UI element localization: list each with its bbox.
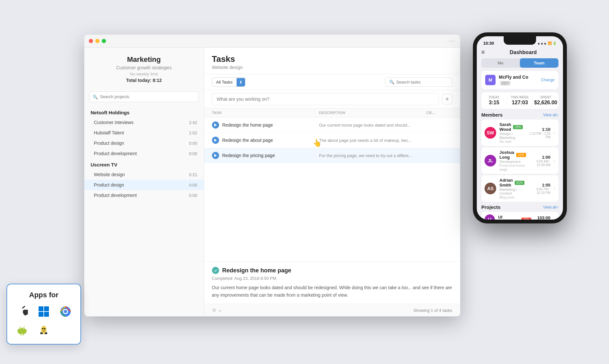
project-name: Product development xyxy=(94,193,137,198)
member-role: Development xyxy=(499,160,526,164)
phone-nav-title: Dashboard xyxy=(488,50,558,55)
add-task-button[interactable]: + xyxy=(442,94,452,104)
member-name: Adrian Smith xyxy=(499,178,513,188)
windows-icon[interactable] xyxy=(37,304,51,319)
tasks-header: Tasks Website design xyxy=(204,48,460,74)
stat-week: THIS WEEK 127:03 xyxy=(507,96,533,106)
projects-view-all[interactable]: View all › xyxy=(543,205,558,210)
svg-rect-13 xyxy=(23,334,24,336)
task-row[interactable]: Redesign the home page Our current home … xyxy=(204,118,460,133)
traffic-lights xyxy=(89,39,106,43)
project-name: Product design xyxy=(94,141,124,146)
member-task: Blog post xyxy=(499,195,524,199)
project-time: 0:00 xyxy=(189,183,197,188)
member-item-adrian[interactable]: AS Adrian Smith 81% Marketing / Content … xyxy=(481,175,558,202)
member-chevron-icon: › xyxy=(554,130,555,135)
svg-rect-12 xyxy=(20,334,21,336)
tab-team[interactable]: Team xyxy=(520,58,558,68)
sidebar-subtitle: Customer growth strategies xyxy=(91,65,197,70)
close-button[interactable] xyxy=(89,39,93,43)
project-item-customer[interactable]: Customer inteviews 2:42 xyxy=(84,117,204,128)
android-icon[interactable] xyxy=(15,323,29,337)
task-name: Redesign the home page xyxy=(222,122,273,128)
member-name: Joshua Long xyxy=(499,150,514,160)
more-options-icon[interactable]: ··· xyxy=(449,38,455,44)
member-time-range: 9:05 PM - 10:10 PM xyxy=(528,188,550,195)
app-window: ··· Marketing Customer growth strategies… xyxy=(84,35,460,316)
task-input-field[interactable] xyxy=(212,93,439,105)
apps-overlay: Apps for xyxy=(6,284,81,345)
sidebar-limit: No weekly limit xyxy=(91,72,197,76)
change-company-button[interactable]: Change xyxy=(541,78,555,82)
search-projects-container: 🔍 xyxy=(89,91,199,102)
linux-icon[interactable] xyxy=(37,323,51,337)
member-name-row: Adrian Smith 81% xyxy=(499,178,524,188)
task-play-button[interactable] xyxy=(212,121,219,129)
project-time: 0:21 xyxy=(189,172,197,177)
project-item-ui[interactable]: U UI Redesign 20% 103:00 $2,127.00 › xyxy=(481,212,558,220)
stat-today: TODAY 3:15 xyxy=(481,96,507,106)
project-item-product-dev-2[interactable]: Product development 0:00 xyxy=(84,190,204,200)
collapse-icon[interactable]: « xyxy=(219,308,221,313)
project-time: 0:00 xyxy=(189,141,197,146)
member-avatar-adrian: AS xyxy=(485,183,496,194)
svg-marker-2 xyxy=(214,154,217,157)
search-tasks-input[interactable] xyxy=(396,80,448,85)
member-task: Front-end home page xyxy=(499,164,526,171)
project-name: Customer inteviews xyxy=(94,120,134,125)
title-bar: ··· xyxy=(84,35,460,48)
member-chevron-icon: › xyxy=(554,158,555,163)
sidebar: Marketing Customer growth strategies No … xyxy=(84,35,204,316)
projects-title: Projects xyxy=(481,204,500,210)
stat-today-label: TODAY xyxy=(481,96,507,99)
svg-rect-4 xyxy=(44,306,49,311)
filter-arrow-icon[interactable]: ⬍ xyxy=(237,78,245,86)
member-badge: 81% xyxy=(515,181,524,185)
col-created: CR... xyxy=(427,111,452,115)
apps-grid xyxy=(14,304,74,337)
search-icon: 🔍 xyxy=(93,94,98,99)
members-section-header: Members View all › xyxy=(477,112,563,119)
project-name: Website design xyxy=(94,172,125,177)
task-row-active[interactable]: Redesign the pricing page For the pricin… xyxy=(204,148,460,163)
member-time-col: 1:10 1:10 PM - 2:20 PM xyxy=(526,127,550,139)
company-name: McFly and Co xyxy=(499,74,528,80)
filter-icon[interactable]: ⚙ xyxy=(212,307,216,313)
member-item-joshua[interactable]: JL Joshua Long 31% Development Front-end… xyxy=(481,147,558,174)
project-item-hubstaff[interactable]: Hubstaff Talent 1:02 xyxy=(84,128,204,138)
main-content: Tasks Website design All Tasks ⬍ 🔍 + TAS… xyxy=(204,35,460,316)
member-time-range: 9:00 AM - 10:00 AM xyxy=(529,160,551,167)
svg-point-9 xyxy=(64,310,67,313)
sidebar-header: Marketing Customer growth strategies No … xyxy=(84,48,204,88)
phone-stats-row: TODAY 3:15 THIS WEEK 127:03 SPENT $2,626… xyxy=(481,92,558,109)
project-item-website[interactable]: Website design 0:21 xyxy=(84,169,204,180)
task-play-button[interactable] xyxy=(212,137,219,144)
hamburger-icon[interactable]: ≡ xyxy=(481,49,485,56)
svg-line-17 xyxy=(23,326,25,328)
tasks-filter-select[interactable]: All Tasks ⬍ xyxy=(212,77,245,87)
apple-icon[interactable] xyxy=(15,304,29,319)
search-projects-input[interactable] xyxy=(89,91,199,102)
member-name-row: Sarah Wood 26% xyxy=(499,122,523,132)
member-badge: 31% xyxy=(516,153,526,157)
members-title: Members xyxy=(481,112,503,118)
member-item-sarah[interactable]: SW Sarah Wood 26% Design / Marketing No … xyxy=(481,119,558,146)
project-item-product-design[interactable]: Product design 0:00 xyxy=(84,138,204,148)
footer-showing: Showing 1 of 4 tasks xyxy=(414,308,452,313)
project-item-product-dev[interactable]: Product development 0:00 xyxy=(84,148,204,159)
chrome-icon[interactable] xyxy=(58,304,73,319)
minimize-button[interactable] xyxy=(95,39,100,43)
member-time-range: 1:10 PM - 2:20 PM xyxy=(526,132,550,139)
svg-rect-10 xyxy=(18,329,18,333)
battery-icon: 🔋 xyxy=(553,41,556,45)
phone-screen: 10:30 ▲▲▲ 📶 🔋 ≡ Dashboard Me Team xyxy=(477,36,563,220)
task-name-cell: Redesign the pricing page xyxy=(212,152,319,159)
maximize-button[interactable] xyxy=(102,39,106,43)
project-item-product-design-2[interactable]: Product design 0:00 xyxy=(84,180,204,190)
task-play-button-active[interactable] xyxy=(212,152,219,159)
task-row[interactable]: Redesign the about page The about page j… xyxy=(204,133,460,148)
stat-spent: SPENT $2,626.00 xyxy=(533,96,558,106)
phone-company-row: M McFly and Co EDT Change xyxy=(481,71,558,89)
members-view-all[interactable]: View all › xyxy=(543,113,558,117)
tab-me[interactable]: Me xyxy=(481,58,520,68)
